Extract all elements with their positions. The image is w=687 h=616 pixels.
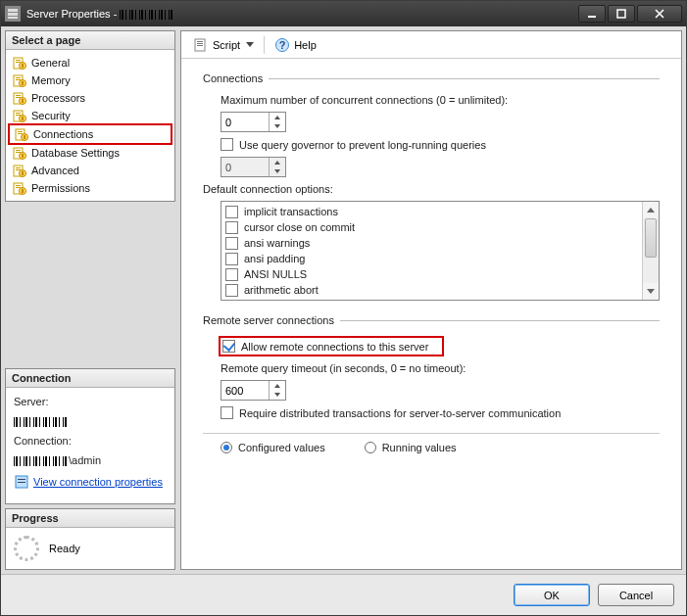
- list-item[interactable]: implicit transactions: [223, 204, 640, 219]
- maximize-button[interactable]: [608, 5, 635, 23]
- script-button[interactable]: Script: [189, 35, 258, 55]
- scroll-down-button[interactable]: [643, 283, 659, 300]
- governor-label: Use query governor to prevent long-runni…: [239, 139, 486, 151]
- help-button[interactable]: ? Help: [270, 35, 320, 55]
- radio-icon[interactable]: [365, 442, 376, 453]
- svg-rect-24: [16, 115, 21, 116]
- connections-group: Connections Maximum number of concurrent…: [203, 72, 660, 301]
- minimize-button[interactable]: [578, 5, 606, 23]
- titlebar[interactable]: Server Properties -: [1, 1, 686, 26]
- default-options-listbox[interactable]: implicit transactionscursor close on com…: [221, 201, 660, 301]
- running-label: Running values: [382, 442, 457, 453]
- scrollbar[interactable]: [642, 202, 659, 300]
- sidebar-item-label: Advanced: [31, 165, 79, 176]
- server-label: Server:: [14, 396, 167, 407]
- dtc-checkbox[interactable]: [221, 406, 233, 419]
- sidebar-item-label: Permissions: [31, 182, 90, 194]
- option-checkbox[interactable]: [225, 237, 238, 250]
- svg-rect-14: [16, 79, 21, 80]
- sidebar-item-security[interactable]: Security: [8, 107, 172, 124]
- timeout-stepper[interactable]: [221, 380, 286, 401]
- separator: [203, 433, 660, 434]
- chevron-down-icon: [246, 42, 254, 47]
- sidebar-item-memory[interactable]: Memory: [8, 71, 172, 89]
- svg-rect-49: [18, 482, 25, 483]
- spin-up-icon[interactable]: [270, 113, 285, 122]
- option-label: ansi warnings: [244, 237, 310, 249]
- scroll-up-button[interactable]: [643, 202, 659, 218]
- sidebar-item-permissions[interactable]: Permissions: [8, 179, 172, 197]
- list-item[interactable]: ANSI NULLS: [223, 266, 640, 282]
- dtc-row[interactable]: Require distributed transactions for ser…: [221, 406, 660, 419]
- svg-rect-3: [588, 16, 596, 18]
- max-conn-stepper[interactable]: [221, 112, 286, 132]
- spin-up-icon: [270, 158, 285, 167]
- option-label: ansi padding: [244, 253, 305, 264]
- svg-rect-44: [16, 187, 21, 188]
- list-item[interactable]: ansi warnings: [223, 235, 640, 251]
- svg-rect-52: [197, 43, 203, 44]
- governor-value-field: [221, 157, 660, 177]
- right-pane: Script ? Help Connections Maximum number…: [180, 30, 682, 570]
- option-label: arithmetic abort: [244, 284, 319, 296]
- svg-rect-16: [22, 81, 24, 85]
- scroll-track[interactable]: [643, 218, 659, 283]
- svg-rect-9: [16, 62, 21, 63]
- option-checkbox[interactable]: [225, 253, 238, 265]
- cancel-button[interactable]: Cancel: [598, 584, 674, 606]
- sidebar-item-label: Connections: [33, 128, 93, 140]
- timeout-field: [221, 380, 660, 401]
- option-checkbox[interactable]: [225, 206, 238, 218]
- option-label: implicit transactions: [244, 206, 338, 217]
- script-label: Script: [213, 39, 240, 51]
- svg-rect-8: [16, 60, 21, 61]
- close-button[interactable]: [637, 5, 682, 23]
- list-item[interactable]: ansi padding: [223, 251, 640, 266]
- sidebar-item-processors[interactable]: Processors: [8, 89, 172, 107]
- spin-down-icon[interactable]: [270, 391, 285, 401]
- max-conn-input[interactable]: [221, 113, 269, 131]
- spin-down-icon[interactable]: [270, 122, 285, 132]
- option-checkbox[interactable]: [225, 221, 238, 234]
- spin-up-icon[interactable]: [270, 381, 285, 391]
- sidebar-item-general[interactable]: General: [8, 54, 172, 71]
- progress-body: Ready: [6, 528, 174, 569]
- sidebar-item-advanced[interactable]: Advanced: [8, 162, 172, 179]
- allow-remote-highlight: Allow remote connections to this server: [219, 336, 444, 356]
- svg-rect-31: [24, 135, 25, 139]
- governor-checkbox[interactable]: [221, 138, 233, 151]
- governor-row[interactable]: Use query governor to prevent long-runni…: [221, 138, 660, 151]
- option-checkbox[interactable]: [225, 268, 238, 281]
- left-column: Select a page GeneralMemoryProcessorsSec…: [5, 30, 175, 570]
- scroll-thumb[interactable]: [645, 218, 657, 258]
- sidebar-item-database-settings[interactable]: Database Settings: [8, 144, 172, 162]
- view-connection-properties-link[interactable]: View connection properties: [33, 476, 163, 488]
- running-radio[interactable]: Running values: [365, 442, 457, 453]
- svg-rect-29: [18, 133, 23, 134]
- page-icon: [12, 55, 27, 71]
- svg-rect-2: [8, 17, 18, 19]
- radio-icon[interactable]: [221, 442, 232, 453]
- list-item[interactable]: arithmetic abort: [223, 282, 640, 298]
- sidebar-item-connections[interactable]: Connections: [8, 123, 172, 145]
- sidebar-item-label: Processors: [31, 92, 85, 104]
- content: Connections Maximum number of concurrent…: [181, 59, 681, 569]
- sidebar-item-label: General: [31, 57, 70, 69]
- svg-rect-26: [22, 117, 24, 120]
- list-item[interactable]: cursor close on commit: [223, 219, 640, 235]
- option-checkbox[interactable]: [225, 284, 238, 297]
- svg-rect-18: [16, 95, 21, 96]
- listbox-inner: implicit transactionscursor close on com…: [221, 202, 642, 300]
- configured-label: Configured values: [238, 442, 325, 453]
- timeout-input[interactable]: [221, 381, 269, 400]
- svg-rect-39: [16, 169, 21, 170]
- window-title: Server Properties -: [26, 7, 578, 21]
- page-icon: [12, 90, 27, 106]
- svg-rect-51: [197, 41, 203, 42]
- allow-remote-checkbox[interactable]: [222, 340, 235, 353]
- configured-radio[interactable]: Configured values: [221, 442, 325, 453]
- sidebar-item-label: Memory: [31, 74, 71, 86]
- ok-button[interactable]: OK: [514, 584, 590, 606]
- svg-rect-4: [617, 10, 625, 18]
- max-conn-label: Maximum number of concurrent connections…: [221, 94, 660, 106]
